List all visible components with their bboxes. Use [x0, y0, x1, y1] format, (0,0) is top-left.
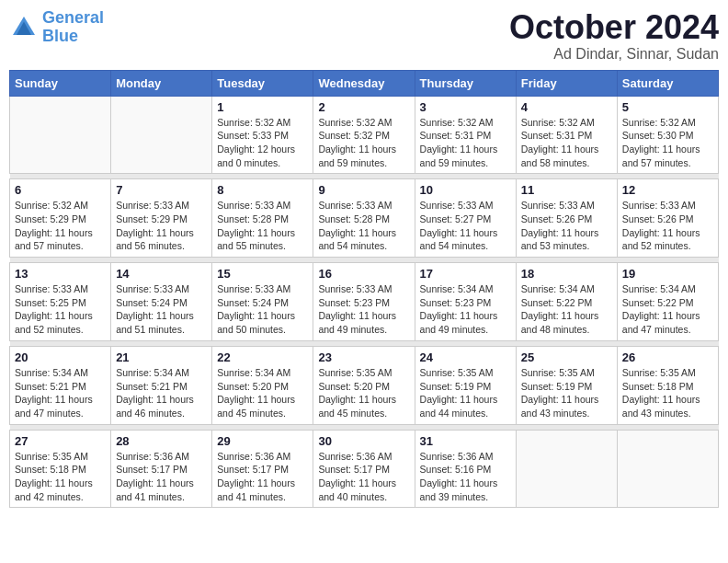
- day-info: Sunrise: 5:35 AM Sunset: 5:20 PM Dayligh…: [318, 366, 409, 420]
- day-info: Sunrise: 5:32 AM Sunset: 5:31 PM Dayligh…: [420, 116, 511, 170]
- day-number: 20: [15, 350, 106, 364]
- calendar-week-row: 1Sunrise: 5:32 AM Sunset: 5:33 PM Daylig…: [10, 96, 719, 174]
- calendar-cell: 31Sunrise: 5:36 AM Sunset: 5:16 PM Dayli…: [415, 430, 516, 508]
- day-number: 7: [116, 183, 207, 197]
- calendar-cell: 15Sunrise: 5:33 AM Sunset: 5:24 PM Dayli…: [212, 263, 313, 341]
- calendar-cell: 24Sunrise: 5:35 AM Sunset: 5:19 PM Dayli…: [415, 346, 516, 424]
- day-number: 27: [15, 434, 106, 448]
- day-info: Sunrise: 5:34 AM Sunset: 5:21 PM Dayligh…: [116, 366, 207, 420]
- calendar-week-row: 20Sunrise: 5:34 AM Sunset: 5:21 PM Dayli…: [10, 346, 719, 424]
- calendar-cell: 18Sunrise: 5:34 AM Sunset: 5:22 PM Dayli…: [516, 263, 617, 341]
- calendar-cell: 10Sunrise: 5:33 AM Sunset: 5:27 PM Dayli…: [415, 179, 516, 258]
- day-info: Sunrise: 5:32 AM Sunset: 5:30 PM Dayligh…: [622, 116, 713, 170]
- day-info: Sunrise: 5:33 AM Sunset: 5:25 PM Dayligh…: [15, 282, 106, 337]
- calendar-cell: 29Sunrise: 5:36 AM Sunset: 5:17 PM Dayli…: [212, 430, 313, 508]
- day-number: 9: [318, 183, 409, 197]
- calendar-cell: 9Sunrise: 5:33 AM Sunset: 5:28 PM Daylig…: [313, 179, 415, 258]
- logo: General Blue: [9, 9, 104, 46]
- calendar-table: SundayMondayTuesdayWednesdayThursdayFrid…: [9, 70, 719, 509]
- day-number: 26: [622, 350, 713, 364]
- title-area: October 2024 Ad Dindar, Sinnar, Sudan: [509, 9, 719, 63]
- calendar-cell: 14Sunrise: 5:33 AM Sunset: 5:24 PM Dayli…: [111, 263, 212, 341]
- day-number: 10: [420, 183, 511, 197]
- logo-icon: [9, 13, 39, 42]
- day-number: 30: [318, 434, 409, 448]
- day-number: 21: [116, 350, 207, 364]
- calendar-cell: 30Sunrise: 5:36 AM Sunset: 5:17 PM Dayli…: [313, 430, 415, 508]
- day-number: 23: [318, 350, 409, 364]
- day-info: Sunrise: 5:34 AM Sunset: 5:22 PM Dayligh…: [521, 282, 612, 337]
- day-number: 19: [622, 267, 713, 281]
- day-number: 1: [217, 100, 308, 114]
- logo-line1: General: [42, 8, 104, 27]
- weekday-header-monday: Monday: [111, 70, 212, 96]
- day-info: Sunrise: 5:35 AM Sunset: 5:19 PM Dayligh…: [420, 366, 511, 420]
- day-info: Sunrise: 5:33 AM Sunset: 5:23 PM Dayligh…: [318, 282, 409, 337]
- day-info: Sunrise: 5:34 AM Sunset: 5:23 PM Dayligh…: [420, 282, 511, 337]
- calendar-cell: 12Sunrise: 5:33 AM Sunset: 5:26 PM Dayli…: [617, 179, 718, 258]
- day-info: Sunrise: 5:36 AM Sunset: 5:16 PM Dayligh…: [420, 450, 511, 504]
- day-info: Sunrise: 5:34 AM Sunset: 5:22 PM Dayligh…: [622, 282, 713, 337]
- calendar-cell: [516, 430, 617, 508]
- calendar-week-row: 27Sunrise: 5:35 AM Sunset: 5:18 PM Dayli…: [10, 430, 719, 508]
- day-info: Sunrise: 5:32 AM Sunset: 5:33 PM Dayligh…: [217, 116, 308, 170]
- calendar-cell: 8Sunrise: 5:33 AM Sunset: 5:28 PM Daylig…: [212, 179, 313, 258]
- day-number: 24: [420, 350, 511, 364]
- day-number: 12: [622, 183, 713, 197]
- day-number: 6: [15, 183, 106, 197]
- calendar-cell: [111, 96, 212, 174]
- calendar-cell: 11Sunrise: 5:33 AM Sunset: 5:26 PM Dayli…: [516, 179, 617, 258]
- day-number: 28: [116, 434, 207, 448]
- day-info: Sunrise: 5:34 AM Sunset: 5:20 PM Dayligh…: [217, 366, 308, 420]
- location-title: Ad Dindar, Sinnar, Sudan: [509, 46, 719, 63]
- calendar-cell: 25Sunrise: 5:35 AM Sunset: 5:19 PM Dayli…: [516, 346, 617, 424]
- calendar-cell: 22Sunrise: 5:34 AM Sunset: 5:20 PM Dayli…: [212, 346, 313, 424]
- day-number: 4: [521, 100, 612, 114]
- day-number: 18: [521, 267, 612, 281]
- calendar-cell: [617, 430, 718, 508]
- calendar-cell: 21Sunrise: 5:34 AM Sunset: 5:21 PM Dayli…: [111, 346, 212, 424]
- weekday-header-row: SundayMondayTuesdayWednesdayThursdayFrid…: [10, 70, 719, 96]
- calendar-cell: 19Sunrise: 5:34 AM Sunset: 5:22 PM Dayli…: [617, 263, 718, 341]
- calendar-cell: 6Sunrise: 5:32 AM Sunset: 5:29 PM Daylig…: [10, 179, 111, 258]
- weekday-header-wednesday: Wednesday: [313, 70, 415, 96]
- day-number: 29: [217, 434, 308, 448]
- calendar-cell: 2Sunrise: 5:32 AM Sunset: 5:32 PM Daylig…: [313, 96, 415, 174]
- calendar-cell: 3Sunrise: 5:32 AM Sunset: 5:31 PM Daylig…: [415, 96, 516, 174]
- logo-text: General Blue: [42, 9, 104, 46]
- day-number: 2: [318, 100, 409, 114]
- day-number: 5: [622, 100, 713, 114]
- calendar-cell: 28Sunrise: 5:36 AM Sunset: 5:17 PM Dayli…: [111, 430, 212, 508]
- day-info: Sunrise: 5:35 AM Sunset: 5:19 PM Dayligh…: [521, 366, 612, 420]
- calendar-cell: 17Sunrise: 5:34 AM Sunset: 5:23 PM Dayli…: [415, 263, 516, 341]
- day-info: Sunrise: 5:33 AM Sunset: 5:24 PM Dayligh…: [116, 282, 207, 337]
- weekday-header-tuesday: Tuesday: [212, 70, 313, 96]
- day-number: 16: [318, 267, 409, 281]
- calendar-cell: 13Sunrise: 5:33 AM Sunset: 5:25 PM Dayli…: [10, 263, 111, 341]
- day-number: 22: [217, 350, 308, 364]
- day-info: Sunrise: 5:33 AM Sunset: 5:28 PM Dayligh…: [217, 199, 308, 253]
- day-info: Sunrise: 5:32 AM Sunset: 5:32 PM Dayligh…: [318, 116, 409, 170]
- day-number: 17: [420, 267, 511, 281]
- calendar-cell: 16Sunrise: 5:33 AM Sunset: 5:23 PM Dayli…: [313, 263, 415, 341]
- day-number: 13: [15, 267, 106, 281]
- day-info: Sunrise: 5:32 AM Sunset: 5:29 PM Dayligh…: [15, 199, 106, 253]
- weekday-header-saturday: Saturday: [617, 70, 718, 96]
- day-info: Sunrise: 5:32 AM Sunset: 5:31 PM Dayligh…: [521, 116, 612, 170]
- day-info: Sunrise: 5:35 AM Sunset: 5:18 PM Dayligh…: [15, 450, 106, 504]
- day-number: 11: [521, 183, 612, 197]
- day-number: 14: [116, 267, 207, 281]
- day-info: Sunrise: 5:33 AM Sunset: 5:26 PM Dayligh…: [521, 199, 612, 253]
- weekday-header-thursday: Thursday: [415, 70, 516, 96]
- calendar-cell: 1Sunrise: 5:32 AM Sunset: 5:33 PM Daylig…: [212, 96, 313, 174]
- day-number: 8: [217, 183, 308, 197]
- month-title: October 2024: [509, 9, 719, 46]
- day-info: Sunrise: 5:36 AM Sunset: 5:17 PM Dayligh…: [116, 450, 207, 504]
- day-number: 31: [420, 434, 511, 448]
- logo-line2: Blue: [42, 27, 78, 45]
- calendar-cell: 20Sunrise: 5:34 AM Sunset: 5:21 PM Dayli…: [10, 346, 111, 424]
- day-info: Sunrise: 5:33 AM Sunset: 5:28 PM Dayligh…: [318, 199, 409, 253]
- calendar-cell: 27Sunrise: 5:35 AM Sunset: 5:18 PM Dayli…: [10, 430, 111, 508]
- calendar-cell: [10, 96, 111, 174]
- day-number: 25: [521, 350, 612, 364]
